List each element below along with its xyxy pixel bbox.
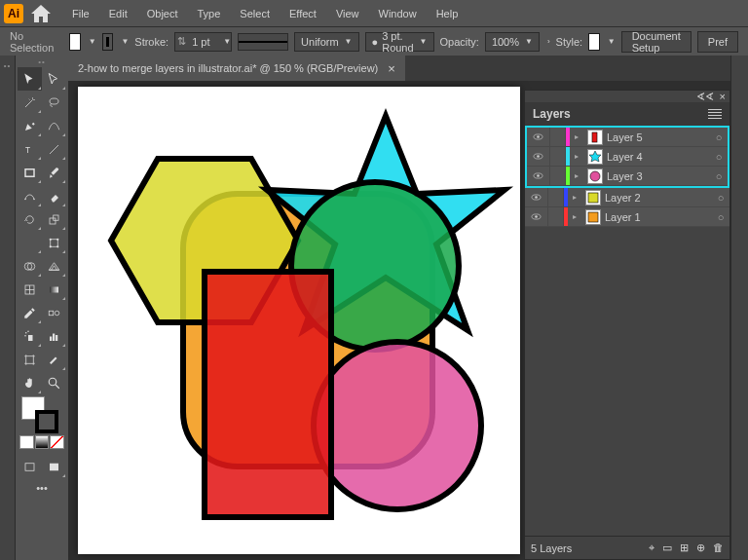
lock-toggle[interactable] xyxy=(548,188,564,206)
lock-toggle[interactable] xyxy=(550,167,566,185)
color-mode-row[interactable] xyxy=(18,433,66,451)
rotate-tool[interactable] xyxy=(18,207,42,231)
chevron-down-icon[interactable]: ▼ xyxy=(121,37,129,46)
artboard-tool[interactable] xyxy=(18,348,42,371)
screen-mode-toggle[interactable] xyxy=(42,455,66,478)
rectangle-tool[interactable] xyxy=(18,161,42,184)
artboard[interactable] xyxy=(78,87,520,554)
chevron-down-icon[interactable]: ▼ xyxy=(89,37,96,46)
opacity-input[interactable]: 100%▼ xyxy=(485,32,540,52)
scale-tool[interactable] xyxy=(42,207,66,231)
expand-arrow-icon[interactable]: ▸ xyxy=(568,212,581,221)
lasso-tool[interactable] xyxy=(42,91,66,114)
preferences-button[interactable]: Pref xyxy=(697,31,738,53)
expand-arrow-icon[interactable]: ▸ xyxy=(568,193,581,202)
layer-name[interactable]: Layer 5 xyxy=(607,131,710,143)
layer-name[interactable]: Layer 3 xyxy=(607,170,710,182)
curvature-tool[interactable] xyxy=(42,114,66,137)
blend-tool[interactable] xyxy=(42,301,66,324)
expand-arrow-icon[interactable]: ▸ xyxy=(570,132,583,141)
target-icon[interactable]: ○ xyxy=(710,151,728,163)
target-icon[interactable]: ○ xyxy=(710,170,728,182)
perspective-grid-tool[interactable] xyxy=(42,254,66,278)
free-transform-tool[interactable] xyxy=(42,231,66,254)
magic-wand-tool[interactable] xyxy=(18,91,42,114)
panel-collapse-icon[interactable]: ∢∢ xyxy=(696,91,714,103)
target-icon[interactable]: ○ xyxy=(712,211,729,223)
line-tool[interactable] xyxy=(42,137,66,161)
create-sublayer-icon[interactable]: ⊞ xyxy=(680,541,689,554)
eyedropper-tool[interactable] xyxy=(18,301,42,324)
screen-mode-normal[interactable] xyxy=(18,455,42,478)
shape-builder-tool[interactable] xyxy=(18,254,42,278)
panel-close-icon[interactable]: × xyxy=(720,91,726,102)
column-graph-tool[interactable] xyxy=(42,324,66,348)
menu-object[interactable]: Object xyxy=(137,3,188,24)
menu-window[interactable]: Window xyxy=(369,3,427,24)
document-tab[interactable]: 2-how to merge layers in illustrator.ai*… xyxy=(68,56,405,81)
fill-stroke-control[interactable] xyxy=(18,394,66,433)
layer-row[interactable]: ▸ Layer 2 ○ xyxy=(525,188,729,207)
mesh-tool[interactable] xyxy=(18,278,42,301)
hand-tool[interactable] xyxy=(18,371,42,394)
layer-name[interactable]: Layer 4 xyxy=(607,151,710,163)
brush-select[interactable]: ●3 pt. Round▼ xyxy=(365,32,434,52)
menu-edit[interactable]: Edit xyxy=(99,3,137,24)
symbol-sprayer-tool[interactable] xyxy=(18,324,42,348)
expand-arrow-icon[interactable]: ▸ xyxy=(570,171,583,180)
menu-file[interactable]: File xyxy=(62,3,99,24)
type-tool[interactable]: T xyxy=(18,137,42,161)
document-setup-button[interactable]: Document Setup xyxy=(621,31,692,53)
shaper-tool[interactable] xyxy=(18,184,42,207)
locate-object-icon[interactable]: ⌖ xyxy=(649,541,654,554)
pen-tool[interactable] xyxy=(18,114,42,137)
edit-toolbar-button[interactable]: ••• xyxy=(18,478,66,498)
paintbrush-tool[interactable] xyxy=(42,161,66,184)
layer-row[interactable]: ▸ Layer 4 ○ xyxy=(527,147,728,167)
eraser-tool[interactable] xyxy=(42,184,66,207)
lock-toggle[interactable] xyxy=(550,128,566,146)
menu-view[interactable]: View xyxy=(326,3,369,24)
selection-tool[interactable] xyxy=(18,67,42,91)
visibility-toggle[interactable] xyxy=(527,128,550,146)
delete-layer-icon[interactable]: 🗑 xyxy=(713,541,724,554)
menu-type[interactable]: Type xyxy=(188,3,231,24)
menu-help[interactable]: Help xyxy=(427,3,468,24)
visibility-toggle[interactable] xyxy=(527,147,550,166)
layer-row[interactable]: ▸ Layer 5 ○ xyxy=(527,128,728,147)
new-layer-icon[interactable]: ⊕ xyxy=(696,541,705,554)
menu-effect[interactable]: Effect xyxy=(280,3,326,24)
slice-tool[interactable] xyxy=(42,348,66,371)
layer-row[interactable]: ▸ Layer 3 ○ xyxy=(527,167,728,186)
expand-arrow-icon[interactable]: ▸ xyxy=(570,152,583,161)
width-tool[interactable] xyxy=(18,231,42,254)
target-icon[interactable]: ○ xyxy=(712,192,729,204)
target-icon[interactable]: ○ xyxy=(710,131,728,143)
stroke-weight-input[interactable]: ⇅1 pt▼ xyxy=(174,32,232,52)
layer-name[interactable]: Layer 2 xyxy=(605,192,712,204)
home-icon[interactable] xyxy=(29,2,53,25)
stroke-profile-preview[interactable] xyxy=(238,33,288,51)
menu-select[interactable]: Select xyxy=(230,3,280,24)
visibility-toggle[interactable] xyxy=(525,188,548,206)
layer-thumbnail xyxy=(585,190,601,205)
fill-swatch[interactable] xyxy=(69,33,81,51)
layer-row[interactable]: ▸ Layer 1 ○ xyxy=(525,207,729,227)
make-clipping-mask-icon[interactable]: ▭ xyxy=(662,541,672,554)
lock-toggle[interactable] xyxy=(550,147,566,166)
layer-name[interactable]: Layer 1 xyxy=(605,211,712,223)
panel-menu-icon[interactable] xyxy=(708,109,722,119)
stroke-profile-select[interactable]: Uniform▼ xyxy=(294,32,358,52)
visibility-toggle[interactable] xyxy=(525,207,548,226)
lock-toggle[interactable] xyxy=(548,207,564,226)
style-swatch[interactable] xyxy=(588,33,600,51)
layers-panel-title[interactable]: Layers xyxy=(533,107,571,121)
chevron-down-icon[interactable]: ▼ xyxy=(608,37,616,46)
close-icon[interactable]: × xyxy=(388,61,395,76)
direct-selection-tool[interactable] xyxy=(42,67,66,91)
stroke-swatch[interactable] xyxy=(102,33,114,51)
gradient-tool[interactable] xyxy=(42,278,66,301)
chevron-right-icon[interactable]: › xyxy=(547,37,550,46)
zoom-tool[interactable] xyxy=(42,371,66,394)
visibility-toggle[interactable] xyxy=(527,167,550,185)
